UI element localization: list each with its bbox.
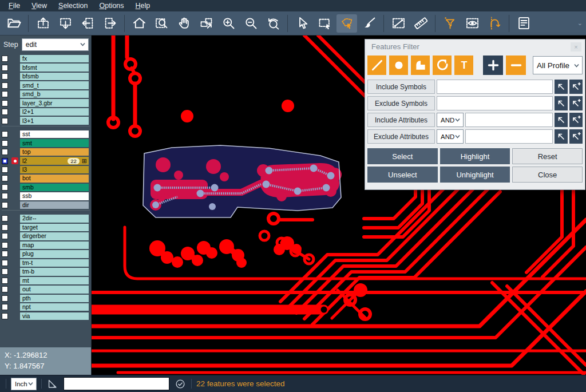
select-button[interactable]: Select [367,148,438,164]
layer-name-ssb[interactable]: ssb [20,192,89,200]
active-layer-indicator[interactable] [11,157,18,164]
layer-name-sst[interactable]: sst [20,130,89,138]
layer-name-mt[interactable]: mt [20,277,89,284]
menu-file[interactable]: File [3,0,25,11]
home-button[interactable] [129,14,149,33]
layer-checkbox-top[interactable] [2,149,8,155]
layer-name-bfsmt[interactable]: bfsmt [20,64,89,71]
include-symbols-pick-add-button[interactable] [569,80,583,94]
command-input[interactable] [64,377,169,390]
layer-name-smt[interactable]: smt [20,139,89,146]
layer-checkbox-2dir--[interactable] [2,215,8,221]
close-icon[interactable]: × [571,42,581,52]
report-button[interactable] [513,14,534,33]
layer-name-dir[interactable]: dir [20,201,89,209]
menu-help[interactable]: Help [130,0,156,11]
pan-down-button[interactable] [55,14,76,33]
menu-view[interactable]: View [26,0,52,11]
layer-checkbox-bfsmb[interactable] [2,73,8,80]
feature-type-pad-button[interactable] [389,56,408,75]
layer-checkbox-tm-b[interactable] [2,268,8,275]
layer-checkbox-ssb[interactable] [2,193,8,199]
layer-checkbox-l3+1[interactable] [2,118,8,124]
profile-select[interactable]: All Profile [533,56,583,74]
layer-checkbox-smd_t[interactable] [2,82,8,89]
layer-name-l3[interactable]: l3 [20,166,89,173]
layer-checkbox-l2[interactable] [2,158,8,164]
reset-button[interactable]: Reset [512,148,583,164]
measure-line-button[interactable] [388,14,409,33]
layer-name-map[interactable]: map [20,241,89,249]
feature-type-surface-button[interactable] [411,56,430,75]
layer-name-tm-t[interactable]: tm-t [20,259,89,267]
layer-checkbox-target[interactable] [2,224,8,231]
include-symbols-pick-button[interactable] [555,80,568,94]
layer-name-smb[interactable]: smb [20,184,89,191]
zoom-object-button[interactable] [196,14,216,33]
open-folder-button[interactable] [3,14,24,33]
layer-name-smd_b[interactable]: smd_b [20,90,89,98]
layer-checkbox-smd_b[interactable] [2,91,8,97]
layer-checkbox-bfsmt[interactable] [2,65,8,71]
feature-type-arc-button[interactable] [433,56,452,75]
unselect-button[interactable]: Unselect [367,167,438,183]
layer-name-via[interactable]: via [20,312,89,320]
remove-filter-button[interactable] [506,56,526,75]
menu-options[interactable]: Options [94,0,129,11]
menu-selection[interactable]: Selection [53,0,93,11]
layer-checkbox-layer_3.gbr[interactable] [2,100,8,106]
pan-up-button[interactable] [33,14,53,33]
layer-name-top[interactable]: top [20,148,89,156]
pan-left-button[interactable] [77,14,98,33]
exclude-attributes-logic-select[interactable]: AND [437,129,464,144]
exclude-symbols-button[interactable]: Exclude Symbols [367,96,435,110]
layer-name-bot[interactable]: bot [20,175,89,182]
ruler-button[interactable] [410,14,431,33]
layer-checkbox-out[interactable] [2,286,8,292]
layer-checkbox-dirgerber[interactable] [2,233,8,239]
dialog-titlebar[interactable]: Features Filter × [365,39,585,54]
layer-name-l2[interactable]: l222⊞ [20,157,89,164]
toolbar-overflow-icon[interactable]: ⌄ [577,19,583,27]
feature-type-line-button[interactable] [367,56,386,75]
measure-angle-icon[interactable] [46,378,59,390]
layer-checkbox-via[interactable] [2,313,8,319]
selection-region[interactable] [143,145,342,217]
select-arrow-button[interactable] [292,14,312,33]
exclude-attributes-pick-button[interactable] [555,129,568,144]
highlight-button[interactable]: Highlight [440,148,510,164]
layer-name-fx[interactable]: fx [20,55,89,62]
layer-name-smd_t[interactable]: smd_t [20,81,89,89]
layer-name-pth[interactable]: pth [20,295,89,302]
unhighlight-button[interactable]: Unhighlight [440,167,510,183]
layer-checkbox-tm-t[interactable] [2,260,8,266]
layer-checkbox-l2+1[interactable] [2,109,8,115]
layer-name-l2+1[interactable]: l2+1 [20,108,89,116]
zoom-area-button[interactable] [151,14,172,33]
pan-hand-button[interactable] [173,14,194,33]
unit-select[interactable]: Inch [11,378,37,390]
include-attributes-button[interactable]: Include Attributes [367,113,435,127]
layer-name-dirgerber[interactable]: dirgerber [20,232,89,240]
layer-name-bfsmb[interactable]: bfsmb [20,73,89,80]
layer-name-tm-b[interactable]: tm-b [20,268,89,275]
exclude-symbols-input[interactable] [437,96,553,110]
layer-checkbox-fx[interactable] [2,56,8,62]
layer-name-target[interactable]: target [20,224,89,231]
layer-checkbox-smb[interactable] [2,184,8,191]
layer-name-l3+1[interactable]: l3+1 [20,117,89,124]
layer-name-2dir--[interactable]: 2dir-- [20,215,89,222]
feature-type-text-button[interactable]: T [454,56,473,75]
close-button[interactable]: Close [512,167,583,183]
layer-checkbox-dir[interactable] [2,202,8,208]
exclude-attributes-pick-add-button[interactable] [569,129,583,144]
include-attributes-logic-select[interactable]: AND [437,113,464,127]
layer-checkbox-map[interactable] [2,242,8,248]
layer-name-out[interactable]: out [20,286,89,293]
zoom-previous-button[interactable] [263,14,283,33]
layer-checkbox-pth[interactable] [2,295,8,302]
include-symbols-input[interactable] [437,80,553,94]
rect-select-button[interactable] [314,14,335,33]
exclude-attributes-input[interactable] [465,129,553,144]
layer-name-layer_3.gbr[interactable]: layer_3.gbr [20,99,89,106]
